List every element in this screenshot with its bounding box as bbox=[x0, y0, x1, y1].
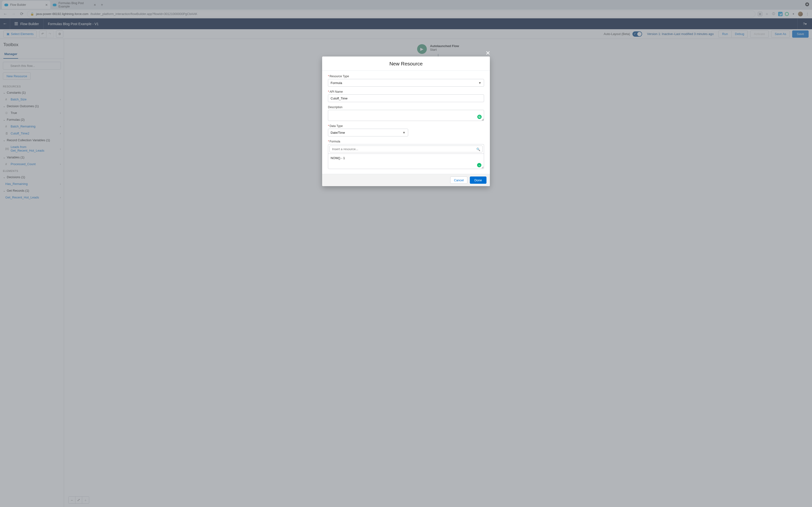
api-name-label: *API Name bbox=[328, 90, 484, 94]
search-icon: 🔍 bbox=[476, 148, 480, 151]
description-textarea[interactable] bbox=[328, 110, 484, 121]
formula-editor[interactable]: NOW() - 1 ⌣ bbox=[328, 154, 484, 169]
chevron-down-icon: ▼ bbox=[478, 81, 481, 85]
api-name-input[interactable] bbox=[328, 95, 484, 102]
formula-label: *Formula bbox=[328, 140, 484, 143]
chevron-down-icon: ▼ bbox=[402, 131, 406, 134]
new-resource-modal: New Resource *Resource Type Formula ▼ *A… bbox=[322, 56, 490, 186]
resource-type-select[interactable]: Formula ▼ bbox=[328, 79, 484, 87]
select-value: Date/Time bbox=[331, 131, 345, 134]
done-button[interactable]: Done bbox=[470, 176, 487, 184]
resource-type-label: *Resource Type bbox=[328, 74, 484, 78]
select-value: Formula bbox=[331, 81, 342, 85]
grammarly-icon: G bbox=[477, 115, 481, 119]
formula-resource-input[interactable] bbox=[329, 146, 483, 152]
grammarly-icon: ⌣ bbox=[477, 163, 481, 167]
description-label: Description bbox=[328, 106, 484, 109]
cancel-button[interactable]: Cancel bbox=[450, 176, 467, 184]
data-type-select[interactable]: Date/Time ▼ bbox=[328, 129, 408, 136]
resize-handle-icon[interactable] bbox=[481, 119, 484, 120]
formula-content: NOW() - 1 bbox=[331, 156, 345, 160]
modal-close-button[interactable]: ✕ bbox=[486, 50, 490, 56]
resize-handle-icon[interactable] bbox=[481, 166, 483, 168]
modal-title: New Resource bbox=[322, 56, 490, 71]
data-type-label: *Data Type bbox=[328, 124, 484, 128]
